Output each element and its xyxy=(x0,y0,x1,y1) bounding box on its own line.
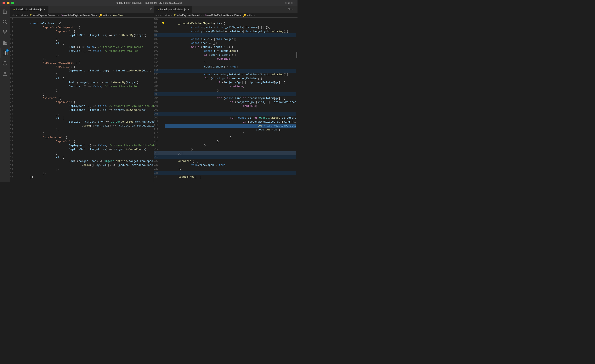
table-row: 41 v1: { xyxy=(10,155,154,159)
table-row: 211 _set(this._relatedObjects, [ctx.name… xyxy=(154,124,298,128)
table-row: 30 }, xyxy=(10,112,154,116)
traffic-lights[interactable] xyxy=(2,2,14,4)
right-editor-pane: JS kubeExplorerRelated.js ✕ ··· ⊞ ··· ui… xyxy=(154,6,298,182)
js-file-icon: JS xyxy=(13,8,15,11)
table-row: 207 } xyxy=(154,108,298,112)
table-row: 221 this.tree.open = true; xyxy=(154,163,298,167)
table-row: 193 if (seen[t.ident]) { xyxy=(154,53,298,57)
table-row: 212 queue.push(obj); xyxy=(154,128,298,132)
table-row: 28 Deployment: () => false, // transitiv… xyxy=(10,104,154,108)
table-row: 208 xyxy=(154,112,298,116)
layout-icon[interactable]: ▣ xyxy=(288,1,290,5)
bc-ui: ui xyxy=(12,14,14,17)
rbc-store-icon: ⊙ xyxy=(205,14,207,17)
table-row: 13 Pod: () => false, // transitive via R… xyxy=(10,45,154,49)
maximize-button[interactable] xyxy=(11,2,14,4)
window-title: kubeExplorerRelated.js — kubeboard [SSH:… xyxy=(116,1,182,4)
table-row: 43 .some(([key, val]) => (pod.raw.metada… xyxy=(10,163,154,167)
left-code-editor[interactable]: 6 7 const relations = { 8 "ap xyxy=(10,18,154,182)
table-row: 25 }, xyxy=(10,92,154,96)
table-row: 34 }, xyxy=(10,128,154,132)
minimize-button[interactable] xyxy=(7,2,9,4)
svg-point-2 xyxy=(3,20,6,23)
svg-rect-0 xyxy=(3,10,5,14)
sidebar-item-kubernetes[interactable] xyxy=(0,58,10,68)
table-row: 21 v1: { xyxy=(10,77,154,81)
split-right-icon[interactable]: ⊞ xyxy=(150,7,152,11)
right-breadcrumb: ui › src › stores › JS kubeExplorerRelat… xyxy=(154,13,298,18)
title-bar: kubeExplorerRelated.js — kubeboard [SSH:… xyxy=(0,0,298,6)
rbc-actions: actions xyxy=(247,14,255,17)
table-row: 188 xyxy=(154,33,298,37)
left-tab-more[interactable]: ··· xyxy=(144,6,154,13)
activity-bar: 1 xyxy=(0,6,10,182)
left-tab-close[interactable]: ✕ xyxy=(43,8,46,11)
svg-rect-13 xyxy=(3,53,5,55)
svg-line-3 xyxy=(6,23,7,24)
table-row: 200 if (!objects[gv] || !primaryRelated[… xyxy=(154,81,298,84)
customize-icon[interactable]: ⊟ xyxy=(291,1,292,5)
rbc-stores: stores xyxy=(165,14,172,17)
sidebar-item-source-control[interactable] xyxy=(0,27,10,37)
table-row: 192 const t = queue.pop(); xyxy=(154,49,298,53)
table-row: 44 }, xyxy=(10,167,154,171)
table-row: 36 "v1/Service": { xyxy=(10,136,154,140)
sidebar-item-testing[interactable] xyxy=(0,69,10,79)
svg-point-4 xyxy=(3,30,4,32)
more-icon[interactable]: ≡ xyxy=(294,1,295,5)
table-row: 33 .some(([key, val]) => (target.raw.met… xyxy=(10,124,154,128)
svg-rect-14 xyxy=(5,53,7,55)
right-tab-kube-explorer[interactable]: JS kubeExplorerRelated.js ✕ xyxy=(154,6,192,13)
right-split-icon[interactable]: ⊞ xyxy=(288,7,290,11)
left-tab-label: kubeExplorerRelated.js xyxy=(16,8,42,11)
sidebar-item-explorer[interactable] xyxy=(0,7,10,17)
table-row: 7 const relations = { xyxy=(10,21,154,26)
table-row: 16 }, xyxy=(10,57,154,61)
svg-point-6 xyxy=(6,30,7,32)
table-row: 222 }, xyxy=(154,167,298,171)
table-row: 9 "apps/v1": { xyxy=(10,29,154,33)
left-tab-kube-explorer[interactable]: JS kubeExplorerRelated.js ✕ xyxy=(10,6,49,13)
right-code-editor[interactable]: 184 185 💡 _computeRelatedObjects(ctx) { … xyxy=(154,18,298,182)
table-row: 185 💡 _computeRelatedObjects(ctx) { xyxy=(154,21,298,26)
js-file-icon-right: JS xyxy=(156,8,159,11)
sidebar-item-run-debug[interactable] xyxy=(0,38,10,48)
svg-point-5 xyxy=(3,33,4,34)
table-row: 197 xyxy=(154,69,298,73)
table-row: 42 Pod: (target, pod) => Object.entries(… xyxy=(10,159,154,163)
sidebar-item-extensions[interactable]: 1 xyxy=(0,48,10,58)
right-tab-close[interactable]: ✕ xyxy=(187,8,190,11)
svg-rect-9 xyxy=(3,44,5,45)
table-row: 23 Service: () => false, // transitive v… xyxy=(10,84,154,89)
table-row: 35 }, xyxy=(10,132,154,136)
table-row: 22 Pod: (target, pod) => pod.isOwnedBy(t… xyxy=(10,81,154,84)
right-more-icon[interactable]: ··· xyxy=(291,7,296,11)
table-row: 205 if (!objects[gv][kind] || !primaryRe… xyxy=(154,100,298,104)
table-row: 31 v1: { xyxy=(10,116,154,120)
sidebar-item-search[interactable] xyxy=(0,17,10,27)
close-button[interactable] xyxy=(2,2,5,4)
table-row: 37 "apps/v1": { xyxy=(10,140,154,144)
split-editor-icon[interactable]: ⊡ xyxy=(285,1,286,5)
table-row: 184 xyxy=(154,18,298,21)
bc-actions: actions xyxy=(103,14,111,17)
table-row: 201 continue; xyxy=(154,84,298,89)
table-row: 199 for (const gv in secondaryRelated) { xyxy=(154,77,298,81)
right-scrollbar-track[interactable] xyxy=(296,18,298,182)
bc-store: useKubeExplorerRelatedStore xyxy=(64,14,97,17)
svg-marker-15 xyxy=(3,61,7,65)
rbc-store: useKubeExplorerRelatedStore xyxy=(207,14,241,17)
right-scrollbar-thumb[interactable] xyxy=(296,52,297,58)
right-tabs: JS kubeExplorerRelated.js ✕ ··· ⊞ ··· xyxy=(154,6,298,13)
title-bar-actions[interactable]: ⊡ ▣ ⊟ ≡ xyxy=(285,1,295,5)
bc-filename: kubeExplorerRelated.js xyxy=(33,14,59,17)
table-row: 194 continue; xyxy=(154,57,298,61)
table-row: 224 toggleTree() { xyxy=(154,175,298,179)
left-breadcrumb: ui › src › stores › JS kubeExplorerRelat… xyxy=(10,13,154,18)
table-row: 8 "apps/v1/Deployment": { xyxy=(10,26,154,29)
table-row: 209 for (const obj of Object.values(obje… xyxy=(154,116,298,120)
rbc-js-icon: JS xyxy=(174,14,176,16)
table-row: 32 Service: (target, srv) => Object.entr… xyxy=(10,120,154,124)
rbc-src: src xyxy=(159,14,163,17)
editors-split: JS kubeExplorerRelated.js ✕ ··· ⊞ ui › s… xyxy=(10,6,298,182)
